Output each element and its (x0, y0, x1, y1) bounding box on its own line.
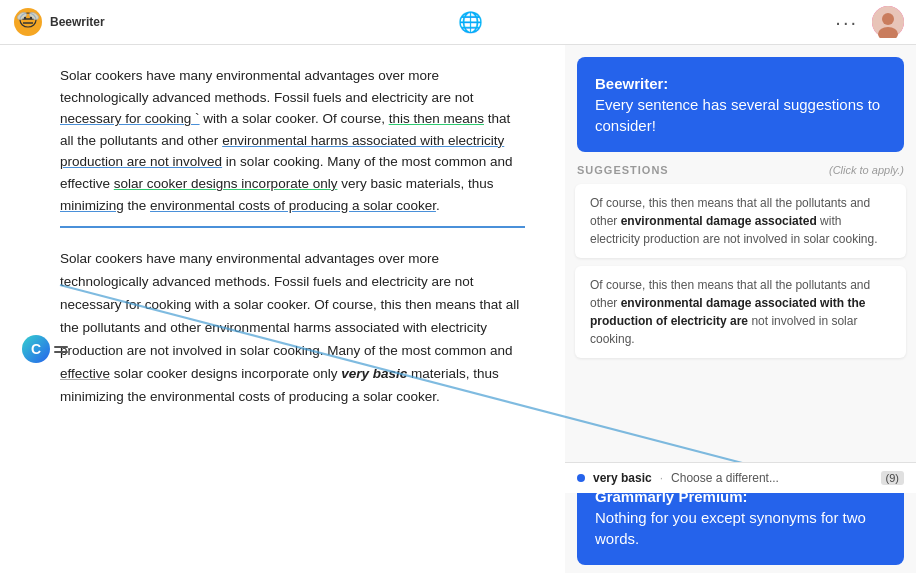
very-basic-text: very basic (341, 366, 407, 381)
underline-this-then: this then means (389, 111, 484, 126)
suggestions-header: SUGGESTIONS (Click to apply.) (565, 160, 916, 180)
underline-env-costs: environmental costs of producing a solar… (150, 198, 436, 213)
underline-solar-cooker: solar cooker designs incorporate only (114, 176, 338, 191)
doc-top-paragraph: Solar cookers have many environmental ad… (60, 65, 525, 216)
dot-indicator (577, 474, 585, 482)
suggestion-card-2[interactable]: Of course, this then means that all the … (575, 266, 906, 358)
user-avatar[interactable] (872, 6, 904, 38)
grammarly-c-icon[interactable]: C (22, 335, 68, 363)
right-panel: Beewriter: Every sentence has several su… (565, 45, 916, 573)
globe-icon[interactable]: 🌐 (458, 10, 483, 34)
main-layout: Solar cookers have many environmental ad… (0, 45, 916, 573)
grammarly-message: Nothing for you except synonyms for two … (595, 509, 866, 547)
click-to-apply-label: (Click to apply.) (829, 164, 904, 176)
doc-bottom-paragraph: Solar cookers have many environmental ad… (60, 248, 525, 409)
separator: · (660, 471, 663, 485)
svg-point-9 (882, 13, 894, 25)
c-lines-icon (54, 346, 68, 353)
beewriter-message: Every sentence has several suggestions t… (595, 96, 880, 134)
suggestion-card-1[interactable]: Of course, this then means that all the … (575, 184, 906, 258)
effective-underline: effective (60, 366, 110, 381)
svg-point-7 (30, 17, 32, 19)
doc-bottom: Solar cookers have many environmental ad… (60, 248, 525, 409)
app-name: Beewriter (50, 15, 105, 29)
choose-different-label[interactable]: Choose a different... (671, 471, 779, 485)
more-options-icon[interactable]: ··· (835, 11, 858, 34)
beewriter-brand: Beewriter: (595, 75, 668, 92)
c-circle-icon: C (22, 335, 50, 363)
suggestion-1-bold: environmental damage associated (621, 214, 817, 228)
bottom-chip-bar: very basic · Choose a different... (9) (565, 462, 916, 493)
underline-env-harms: environmental harms associated with elec… (60, 133, 504, 170)
top-bar: Beewriter 🌐 ··· (0, 0, 916, 45)
suggestions-label: SUGGESTIONS (577, 164, 669, 176)
top-bar-right: ··· (835, 6, 904, 38)
beewriter-logo-icon (12, 6, 44, 38)
chip-label[interactable]: very basic (593, 471, 652, 485)
underline-minimizing: minimizing (60, 198, 124, 213)
doc-top: Solar cookers have many environmental ad… (60, 65, 525, 228)
underline-necessary: necessary for cooking ` (60, 111, 200, 126)
left-panel: Solar cookers have many environmental ad… (0, 45, 565, 573)
svg-point-6 (24, 17, 26, 19)
beewriter-tooltip: Beewriter: Every sentence has several su… (577, 57, 904, 152)
logo-area: Beewriter (12, 6, 105, 38)
count-badge: (9) (881, 471, 904, 485)
top-bar-center: 🌐 (105, 10, 836, 34)
